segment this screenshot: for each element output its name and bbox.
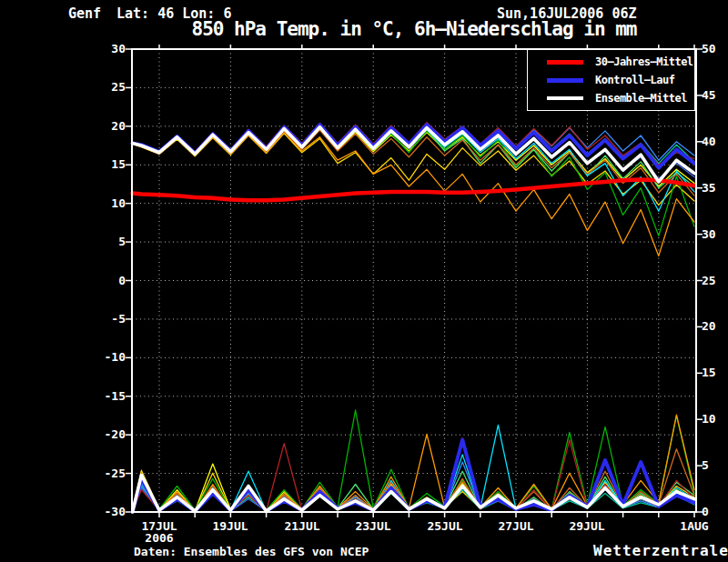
y-axis-label-right: 40 <box>702 135 716 147</box>
x-axis-label: 25JUL <box>418 520 472 532</box>
y-axis-label-left: -5 <box>86 313 126 325</box>
y-axis-label-left: 10 <box>86 197 126 209</box>
y-axis-label-right: 15 <box>702 366 716 378</box>
y-axis-label-right: 20 <box>702 320 716 332</box>
legend-box: 30–Jahres–MittelKontroll–LaufEnsemble–Mi… <box>527 49 695 111</box>
legend-label-1: Kontroll–Lauf <box>595 74 674 86</box>
y-axis-label-right: 25 <box>702 275 716 286</box>
legend-swatch-1 <box>547 78 583 83</box>
brand-wetterzentrale: Wetterzentrale <box>593 542 728 559</box>
x-axis-year-label: 2006 <box>132 532 187 544</box>
y-axis-label-left: -15 <box>86 390 126 402</box>
y-axis-label-right: 0 <box>702 506 709 517</box>
data-credit: Daten: Ensembles des GFS von NCEP <box>134 545 369 558</box>
y-axis-label-left: -10 <box>86 351 126 363</box>
y-axis-label-left: -20 <box>86 428 126 440</box>
y-axis-label-left: 0 <box>86 275 126 286</box>
y-axis-label-right: 35 <box>702 182 716 194</box>
y-axis-label-left: 25 <box>86 81 126 93</box>
legend-row-0: 30–Jahres–Mittel <box>528 54 694 70</box>
y-axis-label-left: 20 <box>86 120 126 132</box>
x-axis-label: 19JUL <box>203 520 258 532</box>
x-axis-label: 27JUL <box>489 520 543 532</box>
x-axis-label: 29JUL <box>560 520 614 532</box>
legend-label-2: Ensemble–Mittel <box>595 92 687 105</box>
y-axis-label-right: 30 <box>702 228 716 240</box>
legend-row-2: Ensemble–Mittel <box>528 90 694 106</box>
y-axis-label-right: 10 <box>702 413 716 425</box>
legend-swatch-2 <box>547 96 583 100</box>
y-axis-label-right: 50 <box>702 43 716 55</box>
y-axis-label-left: 5 <box>86 236 126 247</box>
x-axis-label: 23JUL <box>346 520 400 532</box>
x-axis-label: 21JUL <box>275 520 329 532</box>
series-member-09-temp <box>133 133 694 256</box>
y-axis-label-left: -25 <box>86 467 126 479</box>
y-axis-label-left: 30 <box>86 43 126 55</box>
y-axis-label-right: 5 <box>702 459 709 471</box>
y-axis-label-left: 15 <box>86 158 126 170</box>
legend-label-0: 30–Jahres–Mittel <box>595 55 693 68</box>
meteogram-screen: Genf Lat: 46 Lon: 6 Sun,16JUL2006 06Z 85… <box>0 0 728 562</box>
x-axis-label: 1AUG <box>667 520 722 532</box>
y-axis-label-right: 45 <box>702 89 716 101</box>
legend-swatch-0 <box>547 60 583 65</box>
legend-row-1: Kontroll–Lauf <box>528 72 694 88</box>
y-axis-label-left: -30 <box>86 506 126 517</box>
